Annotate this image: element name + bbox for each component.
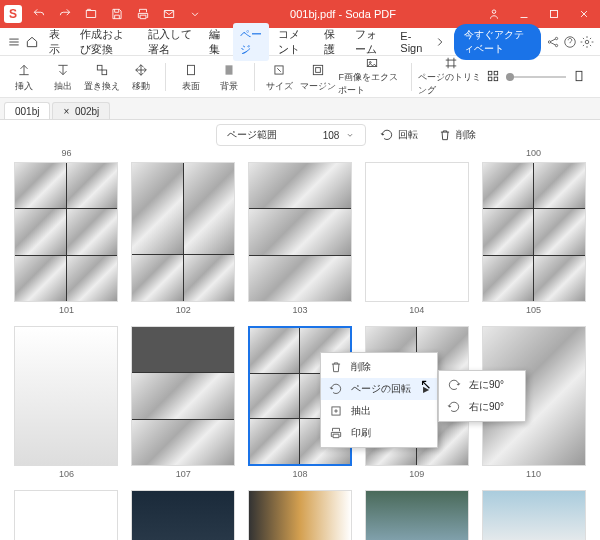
svg-point-4 [555,44,557,46]
tool-extract[interactable]: 抽出 [45,58,82,96]
page-thumb[interactable] [365,162,469,302]
minimize-button[interactable] [512,4,536,24]
trash-icon [329,360,343,374]
svg-rect-20 [576,71,582,80]
save-icon[interactable] [108,5,126,23]
maximize-button[interactable] [542,4,566,24]
context-menu: 削除 ページの回転▶ 抽出 印刷 [320,352,438,448]
page-thumb[interactable] [131,490,235,540]
page-number: 105 [526,302,541,318]
ctx-print[interactable]: 印刷 [321,422,437,444]
separator [165,63,166,91]
undo-icon[interactable] [30,5,48,23]
tool-trim[interactable]: ページのトリミング [418,58,484,96]
page-number: 106 [59,466,74,482]
svg-rect-17 [494,71,498,75]
account-icon[interactable] [482,4,506,24]
menu-pages[interactable]: ページ [233,23,269,61]
ctx-delete[interactable]: 削除 [321,356,437,378]
page-number: 107 [176,466,191,482]
print-icon [329,426,343,440]
page-thumb[interactable] [14,326,118,466]
page-range-dropdown[interactable]: ページ範囲 108 [216,124,367,146]
rotate-right[interactable]: 右に90° [439,396,525,418]
page-thumb[interactable] [365,490,469,540]
page-thumb[interactable] [248,490,352,540]
tool-front[interactable]: 表面 [172,58,209,96]
tab-002bj[interactable]: × 002bj [52,102,110,119]
chevron-down-icon[interactable] [186,5,204,23]
page-thumb[interactable] [131,326,235,466]
tool-back[interactable]: 背景 [211,58,248,96]
extract-icon [329,404,343,418]
hamburger-icon[interactable] [6,30,22,54]
menu-protect[interactable]: 保護 [317,23,346,61]
page-number: 101 [59,302,74,318]
share-icon[interactable] [545,31,560,53]
tab-001bj[interactable]: 001bj [4,102,50,119]
svg-point-6 [585,40,589,44]
print-icon[interactable] [134,5,152,23]
page-thumb[interactable] [14,490,118,540]
page-thumb[interactable] [14,162,118,302]
menu-form[interactable]: フォーム [348,23,392,61]
ctx-extract[interactable]: 抽出 [321,400,437,422]
page-number: 108 [292,466,307,482]
page-number: 103 [292,302,307,318]
zoom-slider[interactable] [506,76,566,78]
gear-icon[interactable] [579,31,594,53]
rotate-submenu: 左に90° 右に90° [438,370,526,422]
page-number: 96 [61,150,71,162]
delete-button[interactable]: 削除 [432,125,482,145]
tool-replace[interactable]: 置き換え [84,58,121,96]
menu-edit[interactable]: 編集 [202,23,231,61]
menu-create[interactable]: 作成および変換 [73,23,139,61]
page-number: 102 [176,302,191,318]
svg-rect-8 [102,70,107,75]
svg-rect-18 [488,77,492,81]
view-single-icon[interactable] [572,69,586,85]
tool-size[interactable]: サイズ [261,58,298,96]
page-thumb[interactable] [482,162,586,302]
view-grid-icon[interactable] [486,69,500,85]
separator [411,63,412,91]
mail-icon[interactable] [160,5,178,23]
svg-point-2 [555,37,557,39]
tool-margin[interactable]: マージン [300,58,337,96]
svg-rect-12 [313,65,322,74]
page-thumb[interactable] [248,162,352,302]
page-thumb[interactable] [131,162,235,302]
svg-rect-9 [187,65,194,74]
svg-rect-19 [494,77,498,81]
close-button[interactable] [572,4,596,24]
svg-rect-7 [97,65,102,70]
svg-rect-16 [488,71,492,75]
tool-move[interactable]: 移動 [122,58,159,96]
separator [254,63,255,91]
home-icon[interactable] [24,30,40,54]
tool-insert[interactable]: 挿入 [6,58,43,96]
rotate-button[interactable]: 回転 [374,125,424,145]
page-thumb[interactable] [482,490,586,540]
open-icon[interactable] [82,5,100,23]
svg-rect-10 [226,65,233,74]
activate-button[interactable]: 今すぐアクティベート [454,24,542,60]
help-icon[interactable] [562,31,577,53]
svg-rect-13 [316,67,321,72]
menu-comment[interactable]: コメント [271,23,315,61]
tool-exportimg[interactable]: F画像をエクスポート [338,58,404,96]
rotate-left[interactable]: 左に90° [439,374,525,396]
page-number: 104 [409,302,424,318]
window-title: 001bj.pdf - Soda PDF [204,8,482,20]
menu-display[interactable]: 表示 [42,23,71,61]
page-number: 109 [409,466,424,482]
svg-point-3 [548,40,550,42]
mouse-cursor: ↖ [420,376,432,392]
menu-sign[interactable]: 記入して署名 [141,23,200,61]
redo-icon[interactable] [56,5,74,23]
page-number: 100 [526,150,541,162]
menu-esign[interactable]: E-Sign [393,26,429,58]
page-number: 110 [526,466,541,482]
svg-rect-1 [551,11,558,18]
chevron-right-icon[interactable] [432,30,448,54]
